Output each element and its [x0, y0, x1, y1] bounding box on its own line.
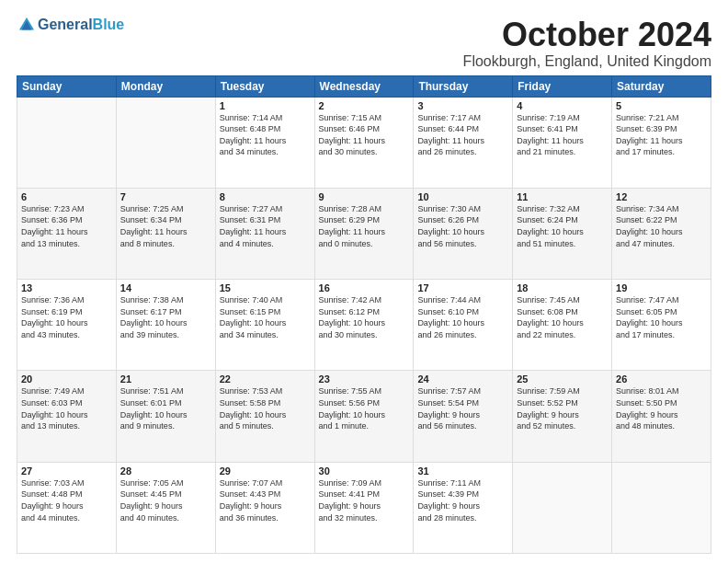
day-info: Sunrise: 7:49 AM Sunset: 6:03 PM Dayligh…	[21, 385, 112, 431]
calendar-header-row: SundayMondayTuesdayWednesdayThursdayFrid…	[17, 75, 711, 97]
day-info: Sunrise: 7:34 AM Sunset: 6:22 PM Dayligh…	[616, 203, 707, 249]
calendar-table: SundayMondayTuesdayWednesdayThursdayFrid…	[17, 75, 711, 554]
day-number: 19	[616, 282, 707, 293]
calendar-cell: 4Sunrise: 7:19 AM Sunset: 6:41 PM Daylig…	[513, 97, 612, 188]
day-info: Sunrise: 7:07 AM Sunset: 4:43 PM Dayligh…	[220, 477, 311, 523]
day-number: 22	[220, 373, 311, 385]
day-number: 14	[120, 282, 211, 293]
logo: GeneralBlue	[17, 17, 124, 33]
day-number: 3	[417, 100, 508, 111]
day-info: Sunrise: 7:05 AM Sunset: 4:45 PM Dayligh…	[120, 477, 211, 523]
day-number: 24	[417, 373, 508, 385]
calendar-cell	[612, 462, 711, 553]
day-info: Sunrise: 7:03 AM Sunset: 4:48 PM Dayligh…	[21, 477, 112, 523]
day-info: Sunrise: 7:17 AM Sunset: 6:44 PM Dayligh…	[417, 112, 508, 158]
day-info: Sunrise: 7:14 AM Sunset: 6:48 PM Dayligh…	[220, 112, 311, 158]
day-number: 18	[517, 282, 608, 293]
calendar-cell: 29Sunrise: 7:07 AM Sunset: 4:43 PM Dayli…	[215, 462, 314, 553]
day-number: 17	[417, 282, 508, 293]
day-number: 23	[319, 373, 410, 385]
calendar-cell: 22Sunrise: 7:53 AM Sunset: 5:58 PM Dayli…	[215, 371, 314, 462]
day-number: 13	[21, 282, 112, 293]
calendar-cell: 23Sunrise: 7:55 AM Sunset: 5:56 PM Dayli…	[314, 371, 414, 462]
day-number: 9	[319, 191, 410, 202]
day-info: Sunrise: 7:30 AM Sunset: 6:26 PM Dayligh…	[417, 203, 508, 249]
calendar-cell: 31Sunrise: 7:11 AM Sunset: 4:39 PM Dayli…	[414, 462, 513, 553]
day-info: Sunrise: 7:23 AM Sunset: 6:36 PM Dayligh…	[21, 203, 112, 249]
calendar-header-tuesday: Tuesday	[215, 75, 314, 97]
day-number: 7	[120, 191, 211, 202]
calendar-week-row: 20Sunrise: 7:49 AM Sunset: 6:03 PM Dayli…	[17, 371, 711, 462]
day-info: Sunrise: 7:09 AM Sunset: 4:41 PM Dayligh…	[319, 477, 410, 523]
day-info: Sunrise: 7:27 AM Sunset: 6:31 PM Dayligh…	[220, 203, 311, 249]
calendar-cell	[17, 97, 117, 188]
day-number: 12	[616, 191, 707, 202]
day-info: Sunrise: 8:01 AM Sunset: 5:50 PM Dayligh…	[616, 385, 707, 431]
month-title: October 2024	[463, 17, 711, 53]
day-info: Sunrise: 7:28 AM Sunset: 6:29 PM Dayligh…	[319, 203, 410, 249]
calendar-week-row: 13Sunrise: 7:36 AM Sunset: 6:19 PM Dayli…	[17, 280, 711, 371]
day-number: 6	[21, 191, 112, 202]
calendar-header-saturday: Saturday	[612, 75, 711, 97]
day-info: Sunrise: 7:32 AM Sunset: 6:24 PM Dayligh…	[517, 203, 608, 249]
calendar-cell: 1Sunrise: 7:14 AM Sunset: 6:48 PM Daylig…	[215, 97, 314, 188]
header: GeneralBlue October 2024 Flookburgh, Eng…	[17, 17, 711, 70]
day-number: 28	[120, 465, 211, 477]
day-number: 30	[319, 465, 410, 477]
calendar-cell: 21Sunrise: 7:51 AM Sunset: 6:01 PM Dayli…	[116, 371, 215, 462]
day-number: 4	[517, 100, 608, 111]
day-info: Sunrise: 7:55 AM Sunset: 5:56 PM Dayligh…	[319, 385, 410, 431]
calendar-cell: 19Sunrise: 7:47 AM Sunset: 6:05 PM Dayli…	[612, 280, 711, 371]
day-info: Sunrise: 7:51 AM Sunset: 6:01 PM Dayligh…	[120, 385, 211, 431]
calendar-cell: 28Sunrise: 7:05 AM Sunset: 4:45 PM Dayli…	[116, 462, 215, 553]
day-number: 25	[517, 373, 608, 385]
calendar-week-row: 6Sunrise: 7:23 AM Sunset: 6:36 PM Daylig…	[17, 188, 711, 279]
calendar-cell	[116, 97, 215, 188]
logo-blue-text: Blue	[93, 17, 125, 32]
day-number: 10	[417, 191, 508, 202]
day-number: 29	[220, 465, 311, 477]
day-info: Sunrise: 7:40 AM Sunset: 6:15 PM Dayligh…	[220, 294, 311, 340]
calendar-cell: 5Sunrise: 7:21 AM Sunset: 6:39 PM Daylig…	[612, 97, 711, 188]
calendar-cell: 9Sunrise: 7:28 AM Sunset: 6:29 PM Daylig…	[314, 188, 414, 279]
location: Flookburgh, England, United Kingdom	[463, 53, 711, 70]
day-number: 5	[616, 100, 707, 111]
day-number: 15	[220, 282, 311, 293]
calendar-header-friday: Friday	[513, 75, 612, 97]
calendar-cell: 12Sunrise: 7:34 AM Sunset: 6:22 PM Dayli…	[612, 188, 711, 279]
calendar-cell: 24Sunrise: 7:57 AM Sunset: 5:54 PM Dayli…	[414, 371, 513, 462]
calendar-cell: 14Sunrise: 7:38 AM Sunset: 6:17 PM Dayli…	[116, 280, 215, 371]
day-info: Sunrise: 7:36 AM Sunset: 6:19 PM Dayligh…	[21, 294, 112, 340]
day-info: Sunrise: 7:11 AM Sunset: 4:39 PM Dayligh…	[417, 477, 508, 523]
logo-general-text: General	[38, 17, 93, 32]
day-info: Sunrise: 7:21 AM Sunset: 6:39 PM Dayligh…	[616, 112, 707, 158]
calendar-cell: 26Sunrise: 8:01 AM Sunset: 5:50 PM Dayli…	[612, 371, 711, 462]
title-area: October 2024 Flookburgh, England, United…	[463, 17, 711, 70]
calendar-cell: 13Sunrise: 7:36 AM Sunset: 6:19 PM Dayli…	[17, 280, 117, 371]
day-number: 26	[616, 373, 707, 385]
calendar-cell: 15Sunrise: 7:40 AM Sunset: 6:15 PM Dayli…	[215, 280, 314, 371]
day-info: Sunrise: 7:38 AM Sunset: 6:17 PM Dayligh…	[120, 294, 211, 340]
calendar-cell: 20Sunrise: 7:49 AM Sunset: 6:03 PM Dayli…	[17, 371, 117, 462]
calendar-cell: 6Sunrise: 7:23 AM Sunset: 6:36 PM Daylig…	[17, 188, 117, 279]
calendar-cell: 16Sunrise: 7:42 AM Sunset: 6:12 PM Dayli…	[314, 280, 414, 371]
calendar-header-wednesday: Wednesday	[314, 75, 414, 97]
day-number: 21	[120, 373, 211, 385]
calendar-cell: 25Sunrise: 7:59 AM Sunset: 5:52 PM Dayli…	[513, 371, 612, 462]
day-info: Sunrise: 7:59 AM Sunset: 5:52 PM Dayligh…	[517, 385, 608, 431]
day-number: 16	[319, 282, 410, 293]
calendar-cell	[513, 462, 612, 553]
day-number: 20	[21, 373, 112, 385]
calendar-cell: 7Sunrise: 7:25 AM Sunset: 6:34 PM Daylig…	[116, 188, 215, 279]
day-info: Sunrise: 7:25 AM Sunset: 6:34 PM Dayligh…	[120, 203, 211, 249]
day-number: 8	[220, 191, 311, 202]
day-info: Sunrise: 7:57 AM Sunset: 5:54 PM Dayligh…	[417, 385, 508, 431]
calendar-cell: 30Sunrise: 7:09 AM Sunset: 4:41 PM Dayli…	[314, 462, 414, 553]
day-number: 1	[220, 100, 311, 111]
calendar-cell: 3Sunrise: 7:17 AM Sunset: 6:44 PM Daylig…	[414, 97, 513, 188]
calendar-cell: 27Sunrise: 7:03 AM Sunset: 4:48 PM Dayli…	[17, 462, 117, 553]
day-info: Sunrise: 7:44 AM Sunset: 6:10 PM Dayligh…	[417, 294, 508, 340]
calendar-cell: 17Sunrise: 7:44 AM Sunset: 6:10 PM Dayli…	[414, 280, 513, 371]
calendar-cell: 11Sunrise: 7:32 AM Sunset: 6:24 PM Dayli…	[513, 188, 612, 279]
calendar-cell: 18Sunrise: 7:45 AM Sunset: 6:08 PM Dayli…	[513, 280, 612, 371]
